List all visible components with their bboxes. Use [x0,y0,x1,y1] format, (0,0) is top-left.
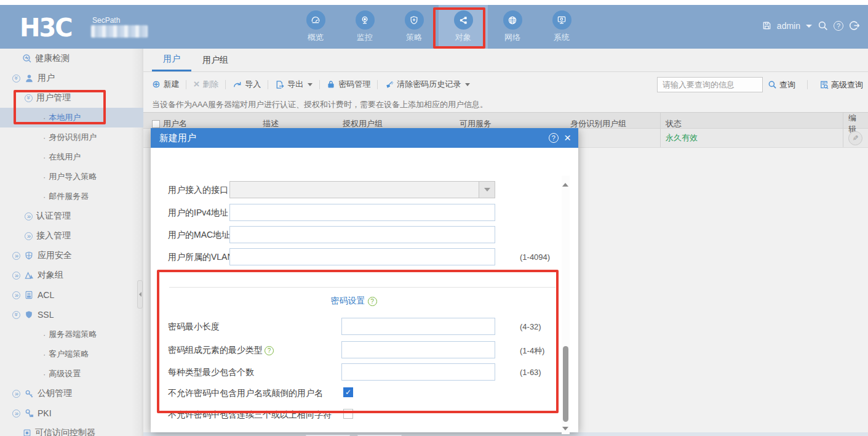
username[interactable]: admin [777,21,800,31]
toolbar-divider [268,80,268,89]
sidebar-item-access-management[interactable]: 接入管理 [0,226,143,246]
nav-item-system[interactable]: 系统 [537,5,586,49]
sidebar-item-users[interactable]: 用户 [0,68,143,88]
sidebar-collapse-handle[interactable] [137,280,143,309]
min-per-type-range-hint: (1-63) [520,368,541,377]
nav-item-policy[interactable]: 策略 [389,5,439,49]
sidebar-item-app-security[interactable]: 应用安全 [0,246,143,265]
delete-button[interactable]: × 删除 [193,79,218,90]
sidebar-item-client-policy[interactable]: 客户端策略 [0,344,143,364]
search-icon [768,80,777,89]
nav-item-monitor[interactable]: 监控 [340,5,389,49]
user-dropdown-caret-icon[interactable] [806,25,812,28]
tab-user[interactable]: 用户 [152,49,191,71]
scroll-up-arrow-icon[interactable] [562,183,568,187]
min-types-range-hint: (1-4种) [520,345,544,357]
lock-icon [327,80,335,89]
select-dropdown-arrow-icon[interactable] [479,182,495,198]
sidebar-item-health-check[interactable]: 健康检测 [0,49,143,68]
sidebar-item-local-users[interactable]: 本地用户 [0,108,143,127]
chevron-down-icon [25,94,33,102]
password-section-title-text: 密码设置 [331,296,365,307]
section-divider [169,287,555,288]
sidebar-item-trusted-access-controller[interactable]: 可信访问控制器 [0,423,143,436]
toolbar-divider [319,80,320,89]
top-right-controls: admin [762,20,859,31]
new-button[interactable]: ⊕ 新建 [152,79,179,90]
sidebar-item-acl[interactable]: ACL [0,285,143,305]
access-interface-select[interactable] [229,181,495,198]
health-check-icon [22,54,32,63]
sidebar-item-label: PKI [38,408,52,418]
sidebar-item-object-group[interactable]: 对象组 [0,265,143,285]
scrollbar-thumb[interactable] [563,346,568,422]
new-user-dialog: 新建用户 × 用户接入的接口 用户的IPv4地址 用户的MAC地址 用户所属的V… [151,128,578,432]
password-management-label: 密码管理 [338,79,370,90]
logout-icon[interactable] [849,20,859,31]
sidebar-item-auth-management[interactable]: 认证管理 [0,206,143,226]
password-management-button[interactable]: 密码管理 [327,79,370,90]
sidebar-item-mail-server[interactable]: 邮件服务器 [0,187,143,206]
vlan-input[interactable] [229,248,495,265]
export-button[interactable]: 导出 [275,79,313,90]
nav-label: 监控 [357,32,373,43]
dialog-title: 新建用户 [159,132,196,144]
sidebar-item-label: 应用安全 [38,250,72,261]
dialog-help-icon[interactable] [549,133,559,143]
password-section-help-icon[interactable] [368,297,377,306]
toolbar-divider [225,80,226,89]
password-min-length-input[interactable] [341,318,495,335]
no-repeat-chars-checkbox[interactable] [343,409,353,419]
search-icon[interactable] [818,20,828,31]
sidebar-item-server-policy[interactable]: 服务器端策略 [0,325,143,344]
ssl-shield-icon [24,310,34,319]
clear-password-history-label: 清除密码历史记录 [397,79,461,90]
import-button[interactable]: 导入 [233,79,261,90]
password-min-per-type-input[interactable] [341,363,495,381]
toolbar-divider [807,80,808,89]
shield-icon [24,251,34,260]
info-text: 当设备作为AAA服务器端对用户进行认证、授权和计费时，需要在设备上添加相应的用户… [143,97,868,112]
sidebar-item-identity-users[interactable]: 身份识别用户 [0,127,143,147]
sidebar-item-ssl[interactable]: SSL [0,305,143,325]
nav-item-network[interactable]: 网络 [488,5,537,49]
sidebar-item-pki[interactable]: PKI [0,403,143,423]
sidebar-item-user-import-policy[interactable]: 用户导入策略 [0,167,143,187]
sidebar-item-label: 在线用户 [49,151,81,163]
scroll-down-arrow-icon[interactable] [562,427,568,430]
sidebar-item-label: 客户端策略 [49,349,89,360]
password-min-types-input[interactable] [341,341,495,358]
vlan-range-hint: (1-4094) [520,252,550,262]
clear-password-history-button[interactable]: 清除密码历史记录 [384,79,470,90]
min-types-help-icon[interactable] [265,346,274,355]
tab-user-group[interactable]: 用户组 [191,49,239,71]
sidebar-item-label: SSL [38,310,54,320]
sidebar-item-public-key[interactable]: 公钥管理 [0,384,143,403]
nav-item-objects[interactable]: 对象 [439,5,488,49]
sidebar-item-label: 服务器端策略 [49,329,97,340]
field-label-min-per-type: 每种类型最少包含个数 [168,367,254,378]
export-button-label: 导出 [287,79,303,90]
sidebar-item-online-users[interactable]: 在线用户 [0,147,143,167]
search-input[interactable] [657,77,763,92]
new-button-label: 新建 [163,79,179,90]
sidebar-item-label: 公钥管理 [38,388,72,399]
no-username-checkbox[interactable] [343,387,353,397]
broom-icon [384,80,394,89]
chevron-down-icon [12,75,20,83]
chevron-right-icon [12,291,20,299]
help-icon[interactable] [834,21,843,31]
sidebar-item-advanced-settings[interactable]: 高级设置 [0,364,143,384]
advanced-query-button[interactable]: 高级查询 [819,79,863,91]
select-all-checkbox[interactable] [152,120,160,128]
close-icon[interactable]: × [564,133,571,143]
ipv4-address-input[interactable] [229,204,495,221]
save-icon[interactable] [762,21,771,30]
sidebar-item-user-management[interactable]: 用户管理 [0,88,143,108]
h3c-logo: H3C [20,14,72,42]
edit-pencil-icon[interactable] [848,131,862,145]
nav-item-overview[interactable]: 概览 [291,5,340,49]
advanced-search-icon [819,80,829,89]
mac-address-input[interactable] [229,226,495,243]
query-button[interactable]: 查询 [768,79,795,91]
